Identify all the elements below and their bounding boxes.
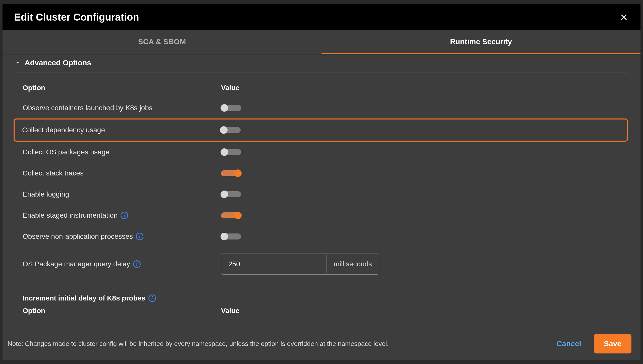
section-title: Advanced Options — [25, 58, 91, 67]
label-os-pkg-delay: OS Package manager query delay — [23, 260, 130, 268]
row-enable-staged-instrumentation: Enable staged instrumentation i — [15, 205, 628, 226]
chevron-down-icon — [15, 60, 20, 65]
edit-cluster-config-modal: Edit Cluster Configuration SCA & SBOM Ru… — [3, 4, 640, 360]
row-collect-os-packages: Collect OS packages usage — [15, 142, 628, 163]
advanced-options-header[interactable]: Advanced Options — [15, 54, 628, 73]
toggle-enable-logging[interactable] — [221, 191, 241, 197]
modal-content[interactable]: Advanced Options Option Value Observe co… — [3, 54, 640, 327]
row-collect-stack-traces: Collect stack traces — [15, 163, 628, 184]
input-os-pkg-delay-wrap: milliseconds — [221, 254, 379, 275]
modal-footer: Note: Changes made to cluster config wil… — [3, 327, 640, 360]
toggle-observe-k8s-jobs[interactable] — [221, 105, 241, 111]
cancel-button[interactable]: Cancel — [551, 334, 587, 353]
row-os-pkg-delay: OS Package manager query delay i millise… — [15, 247, 628, 281]
label-observe-k8s-jobs: Observe containers launched by K8s jobs — [23, 104, 152, 112]
tabs: SCA & SBOM Runtime Security — [3, 30, 640, 54]
tab-sca-sbom[interactable]: SCA & SBOM — [3, 30, 322, 54]
options-table-header: Option Value — [15, 73, 628, 97]
row-enable-logging: Enable logging — [15, 184, 628, 205]
label-collect-dependency-usage: Collect dependency usage — [22, 126, 105, 134]
toggle-observe-non-app[interactable] — [221, 233, 241, 239]
toggle-collect-dependency-usage[interactable] — [221, 127, 241, 133]
modal-title: Edit Cluster Configuration — [14, 12, 139, 23]
info-icon[interactable]: i — [148, 294, 156, 302]
column-option: Option — [23, 84, 221, 92]
subsection-increment-delay: Increment initial delay of K8s probes i — [15, 286, 628, 302]
footer-actions: Cancel Save — [551, 334, 631, 353]
label-collect-os-packages: Collect OS packages usage — [23, 148, 110, 156]
close-icon — [620, 13, 628, 21]
subsection-title-text: Increment initial delay of K8s probes — [23, 294, 145, 302]
save-button[interactable]: Save — [594, 334, 631, 353]
subsection-table-header: Option Value — [15, 302, 628, 320]
info-icon[interactable]: i — [133, 260, 141, 268]
toggle-collect-stack-traces[interactable] — [221, 170, 241, 176]
column-value: Value — [221, 307, 239, 315]
column-option: Option — [23, 307, 221, 315]
modal-header: Edit Cluster Configuration — [3, 4, 640, 30]
input-os-pkg-delay[interactable] — [221, 255, 327, 273]
info-icon[interactable]: i — [121, 212, 128, 219]
info-icon[interactable]: i — [136, 233, 143, 240]
toggle-collect-os-packages[interactable] — [221, 149, 241, 155]
label-enable-logging: Enable logging — [23, 190, 69, 198]
close-button[interactable] — [619, 12, 629, 22]
footer-note: Note: Changes made to cluster config wil… — [8, 340, 389, 348]
tab-runtime-security[interactable]: Runtime Security — [322, 30, 640, 54]
label-enable-staged-instrumentation: Enable staged instrumentation — [23, 211, 118, 219]
row-observe-k8s-jobs: Observe containers launched by K8s jobs — [15, 97, 628, 118]
column-value: Value — [221, 84, 239, 92]
toggle-enable-staged-instrumentation[interactable] — [221, 212, 241, 218]
row-collect-dependency-usage: Collect dependency usage — [14, 118, 628, 142]
label-collect-stack-traces: Collect stack traces — [23, 169, 84, 177]
label-observe-non-app: Observe non-application processes — [23, 232, 133, 240]
row-observe-non-app: Observe non-application processes i — [15, 226, 628, 247]
unit-milliseconds: milliseconds — [327, 255, 379, 273]
